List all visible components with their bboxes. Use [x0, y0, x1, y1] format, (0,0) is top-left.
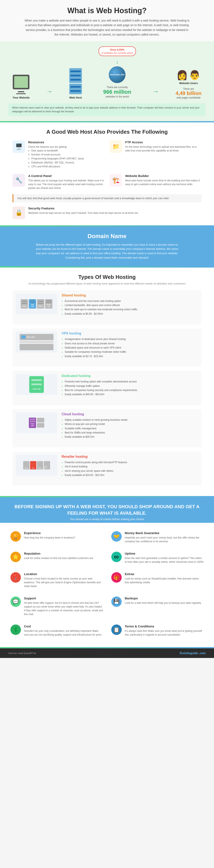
hosting-types-subtitle: As technology has progressed different t…: [12, 282, 202, 285]
control-panel-title: A Control Panel: [28, 174, 104, 178]
reseller-hosting-name: Reseller hosting: [62, 455, 127, 459]
website-builder-icon: 🏗️: [110, 174, 122, 187]
vps-main-server: Your site: [20, 334, 54, 340]
website-builder-desc: Most web hosts include some kind of site…: [125, 179, 202, 186]
good-host-section: A Good Web Host Also Provides The Follow…: [0, 122, 214, 225]
dedicated-hosting-name: Dedicated hosting: [62, 374, 137, 378]
security-content: Security Features Websites must be kept …: [28, 207, 138, 215]
vps-your-site-label: Your site: [27, 336, 35, 338]
reputation-desc: Look for online reviews to find out how …: [24, 556, 93, 560]
support-icon: 💬: [10, 596, 21, 607]
website-users-item: 👩 👨 Website Users There are 4,49 billion…: [176, 70, 202, 99]
shared-hosting-bullets: Economical and the most basic web hostin…: [62, 299, 137, 316]
reseller-hosting-details: Reseller hosting Powerful control panels…: [62, 455, 127, 477]
header-section: What is Web Hosting? When you make a web…: [0, 0, 214, 41]
server-icon-2: [69, 84, 82, 94]
arrow-2: →: [153, 88, 159, 95]
cloud-server-group-right: [37, 418, 44, 428]
uptime-desc: Does the web host guarantee a certain am…: [125, 556, 204, 564]
reseller-server-3: Other site: [44, 461, 50, 469]
cloud-bullet-4: Best for SMBs and large enterprises: [65, 431, 128, 435]
shared-hosting-inner: Other You site Other Other site: [16, 293, 198, 316]
ded-bullet-3: Best for companies having security and c…: [65, 388, 137, 392]
terms-title: Terms & Conditions: [125, 624, 204, 628]
location-desc: Choose a host that's located in the same…: [24, 577, 103, 588]
shared-bullet-4: Easily available at $0.95 - $2.05/m: [65, 312, 137, 316]
reputation-content: Reputation Look for online reviews to fi…: [24, 552, 93, 560]
cloud-server-3: [37, 423, 44, 428]
backups-desc: Look for a web host which will help you …: [125, 601, 201, 605]
control-panel-content: A Control Panel This allows you to manag…: [28, 174, 104, 190]
web-host-label: Web Host: [69, 96, 82, 99]
reseller-bullet-3: Aid in sharing your server space with ot…: [65, 469, 127, 473]
security-icon: 🔒: [12, 207, 25, 219]
dedicated-hosting-diagram: Your site: [16, 374, 58, 395]
criteria-experience: 🏆 Experience How long has the company be…: [8, 529, 105, 546]
backups-content: Backups Look for a web host which will h…: [125, 596, 201, 605]
uptime-title: Uptime: [125, 552, 204, 555]
resource-item-4: Databases (MySQL, MS SQL, Access): [31, 161, 84, 165]
criteria-extras: 🎁 Extras Look for extras such as SimpleS…: [109, 570, 206, 590]
before-signing-section: BEFORE SIGNING UP WITH A WEB HOST, YOU S…: [0, 497, 214, 523]
control-panel-icon: 🔧: [12, 174, 25, 187]
terms-desc: It's always read this! Make sure you kno…: [125, 629, 204, 637]
before-signing-subtitle: You should use a variety of criteria bef…: [12, 518, 202, 521]
server-other-2: Other: [37, 299, 44, 309]
cloud-hosting-bullets: Highly scalable solution to meet growing…: [62, 418, 128, 439]
criteria-grid: 🏆 Experience How long has the company be…: [8, 529, 206, 639]
users-sub: web pages worldwide: [176, 96, 202, 99]
support-desc: All web hosts offer support, but it's be…: [24, 601, 103, 616]
vps-bullet-5: Easily available at $17.9 - $15.9/m: [65, 354, 126, 359]
www-label: World Wide Web: [110, 74, 124, 76]
shared-bullet-1: Economical and the most basic web hostin…: [65, 299, 137, 303]
location-content: Location Choose a host that's located in…: [24, 572, 103, 588]
diagram-area: Your Website → Web Host Only 5,5: [0, 41, 214, 121]
website-builder-title: Website Builder: [125, 174, 202, 178]
knowledge-callout: You will also find that good web hosts u…: [12, 194, 202, 202]
cost-icon: 💲: [10, 624, 21, 635]
good-host-title: A Good Web Host Also Provides The Follow…: [12, 129, 202, 135]
hosting-types-title: Types Of Web Hosting: [12, 274, 202, 280]
cloud-bullet-2: Works on pay-per-use pricing model: [65, 422, 128, 426]
extras-title: Extras: [125, 572, 204, 576]
page-title: What is Web Hosting?: [12, 6, 202, 15]
shared-hosting-name: Shared hosting: [62, 293, 137, 297]
ded-bullet-4: Easily available at $49.95 - $53.9/m: [65, 392, 137, 397]
dedicated-server-block: Your site: [29, 376, 44, 393]
reseller-hosting-bullets: Powerful control panels along with Domai…: [62, 460, 127, 477]
resource-item-5: CPU and RAM allocations: [31, 165, 84, 168]
percent-sub: of websites are currently active: [102, 52, 133, 54]
reseller-hosting-inner: Other Your Other Other site Reseller hos…: [16, 455, 198, 477]
resources-content: Resources Check the features you are get…: [28, 141, 84, 169]
experience-icon: 🏆: [10, 531, 21, 541]
ded-your-site-label: Your site: [33, 388, 40, 390]
reseller-server-1: Other: [23, 461, 29, 469]
reseller-hosting-row: Other Your Other Other site Reseller hos…: [12, 452, 202, 486]
vps-divider: [20, 341, 54, 343]
web-host-item: Web Host: [69, 68, 82, 99]
monitor-screen: [14, 76, 28, 88]
terms-icon: 📋: [111, 624, 122, 635]
criteria-terms: 📋 Terms & Conditions It's always read th…: [109, 622, 206, 639]
vps-server-2: [20, 344, 54, 350]
criteria-reputation: ⭐ Reputation Look for online reviews to …: [8, 550, 105, 566]
uptime-content: Uptime Does the web host guarantee a cer…: [125, 552, 204, 564]
cloud-bullet-1: Highly scalable solution to meet growing…: [65, 418, 128, 422]
server-other-1: Other: [21, 299, 28, 309]
dedicated-hosting-details: Dedicated hosting Powerful web hosting o…: [62, 374, 137, 397]
shared-bullet-3: Best for start-ups to maintain low-moder…: [65, 307, 137, 311]
percent-badge: Only 5,55% of websites are currently act…: [99, 46, 136, 56]
criteria-backups: 💾 Backups Look for a web host which will…: [109, 594, 206, 618]
experience-content: Experience How long has the company been…: [24, 531, 75, 539]
money-back-content: Money Back Guarantee Hopefully you won't…: [125, 531, 204, 543]
money-back-icon: 🤝: [111, 531, 122, 541]
vps-hosting-diagram: Your site: [16, 332, 58, 352]
reseller-your-server: Your: [30, 461, 36, 469]
resources-icon: 🖥️: [12, 141, 25, 153]
reseller-server-2: Other: [37, 461, 43, 469]
ded-bullet-2: Efficiently manage traffic spikes: [65, 384, 137, 388]
ded-line-2: [31, 383, 42, 385]
feature-ftp: 📁 FTP Access It's the basic technology u…: [110, 141, 202, 169]
reseller-bullet-1: Powerful control panels along with Domai…: [65, 460, 127, 464]
criteria-cost: 💲 Cost Shouldn't be your only considerat…: [8, 622, 105, 639]
